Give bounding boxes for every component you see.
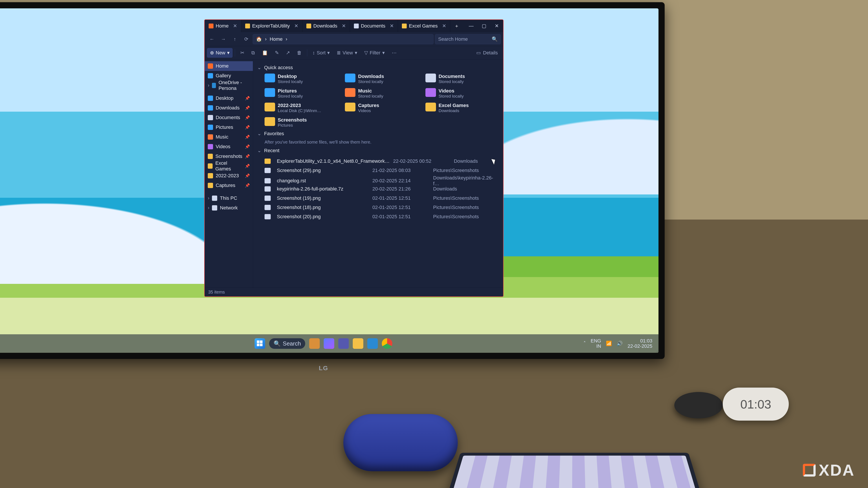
taskbar-chrome[interactable] [382, 338, 393, 349]
quick-access-item[interactable]: Downloads Stored locally [345, 74, 418, 84]
close-tab-icon[interactable]: ✕ [294, 23, 298, 29]
sidebar-item[interactable]: ›Network [205, 203, 253, 213]
sidebar-item[interactable]: Home [205, 61, 253, 71]
refresh-button[interactable]: ⟳ [241, 34, 251, 44]
sidebar-item[interactable]: Excel Games📌 [205, 161, 253, 171]
cut-button[interactable]: ✂ [237, 48, 247, 58]
favorites-empty-text: After you've favorited some files, we'll… [265, 140, 499, 145]
tab-icon [209, 24, 214, 28]
delete-button[interactable]: 🗑 [294, 48, 305, 58]
sidebar-item[interactable]: Screenshots📌 [205, 151, 253, 161]
quick-access-item[interactable]: Pictures Stored locally [265, 88, 338, 99]
folder-icon [265, 88, 275, 97]
explorer-tab[interactable]: Downloads✕ [302, 20, 350, 32]
share-button[interactable]: ↗ [283, 48, 293, 58]
pin-icon: 📌 [245, 135, 250, 139]
taskbar-pinned-app[interactable] [309, 338, 320, 349]
recent-file-row[interactable]: Screenshot (29).png 21-02-2025 08:03 Pic… [265, 166, 499, 175]
folder-icon [208, 73, 213, 78]
tray-chevron-icon[interactable]: ˄ [583, 341, 586, 346]
recent-file-row[interactable]: Screenshot (20).png 02-01-2025 12:51 Pic… [265, 212, 499, 221]
volume-icon[interactable]: 🔊 [617, 341, 623, 346]
sidebar-item[interactable]: Captures📌 [205, 180, 253, 190]
explorer-tab[interactable]: ExplorerTabUtility✕ [241, 20, 302, 32]
sidebar-item-label: Captures [216, 182, 235, 188]
sidebar-item[interactable]: Music📌 [205, 132, 253, 142]
recent-file-date: 02-01-2025 12:51 [372, 214, 430, 220]
close-tab-icon[interactable]: ✕ [233, 23, 237, 29]
rename-button[interactable]: ✎ [272, 48, 282, 58]
filter-button[interactable]: ▽ Filter ▾ [361, 48, 388, 58]
file-icon [265, 205, 271, 210]
new-button[interactable]: ⊕ New ▾ [207, 48, 232, 58]
quick-access-item[interactable]: Videos Stored locally [426, 88, 499, 99]
more-button[interactable]: ⋯ [389, 48, 400, 58]
explorer-tab[interactable]: Home✕ [205, 20, 241, 32]
maximize-button[interactable]: ▢ [477, 20, 490, 32]
view-button[interactable]: ≣ View ▾ [334, 48, 360, 58]
sidebar-item-label: Videos [216, 144, 230, 149]
details-pane-toggle[interactable]: ▭ Details [473, 48, 501, 58]
folder-icon [208, 115, 213, 120]
folder-icon [212, 83, 216, 88]
search-placeholder: Search Home [438, 36, 468, 42]
sidebar-item[interactable]: Documents📌 [205, 113, 253, 122]
copy-button[interactable]: ⧉ [248, 48, 258, 58]
folder-icon [208, 95, 213, 101]
recent-file-row[interactable]: ExplorerTabUtility_v2.1.0_x64_Net8.0_Fra… [265, 156, 499, 166]
taskbar-explorer[interactable] [353, 338, 363, 349]
recent-header[interactable]: ⌄ Recent [257, 148, 499, 153]
quick-access-item[interactable]: Music Stored locally [345, 88, 418, 99]
sidebar-item[interactable]: ›This PC [205, 193, 253, 203]
explorer-tab[interactable]: Excel Games✕ [398, 20, 450, 32]
forward-button[interactable]: → [218, 34, 228, 44]
search-box[interactable]: Search Home 🔍 [435, 34, 501, 44]
wifi-icon[interactable]: 📶 [606, 341, 612, 346]
new-tab-button[interactable]: ＋ [450, 20, 463, 32]
taskbar-teams[interactable] [338, 338, 349, 349]
close-tab-icon[interactable]: ✕ [390, 23, 394, 29]
start-button[interactable] [255, 338, 265, 349]
sidebar-item[interactable]: 2022-2023📌 [205, 171, 253, 180]
sidebar-item[interactable]: ›OneDrive - Persona [205, 81, 253, 90]
sidebar-item[interactable]: Pictures📌 [205, 122, 253, 132]
quick-access-item[interactable]: Desktop Stored locally [265, 74, 338, 84]
sidebar-item[interactable]: Gallery [205, 71, 253, 81]
sidebar-item[interactable]: Videos📌 [205, 142, 253, 151]
breadcrumb-bar[interactable]: 🏠 › Home › [253, 34, 434, 44]
up-button[interactable]: ↑ [230, 34, 240, 44]
back-button[interactable]: ← [207, 34, 217, 44]
folder-icon [265, 117, 275, 126]
close-button[interactable]: ✕ [490, 20, 503, 32]
taskbar-search[interactable]: 🔍 Search [269, 338, 305, 349]
sidebar-item-label: Music [216, 134, 228, 140]
pin-icon: 📌 [245, 173, 250, 178]
favorites-header[interactable]: ⌄ Favorites [257, 131, 499, 137]
taskbar-copilot[interactable] [324, 338, 334, 349]
explorer-tab[interactable]: Documents✕ [350, 20, 398, 32]
minimize-button[interactable]: — [465, 20, 477, 32]
qa-label: Screenshots [278, 117, 307, 123]
recent-file-date: 21-02-2025 08:03 [372, 168, 430, 173]
quick-access-item[interactable]: Screenshots Pictures [265, 117, 338, 128]
recent-file-row[interactable]: changelog.rst 20-02-2025 22:14 Downloads… [265, 175, 499, 184]
quick-access-item[interactable]: Documents Stored locally [426, 74, 499, 84]
close-tab-icon[interactable]: ✕ [342, 23, 346, 29]
taskbar-store[interactable] [367, 338, 378, 349]
recent-file-row[interactable]: Screenshot (18).png 02-01-2025 12:51 Pic… [265, 203, 499, 212]
sidebar-item[interactable]: Downloads📌 [205, 103, 253, 113]
system-tray[interactable]: ˄ ENG IN 📶 🔊 01:03 22-02-2025 [583, 338, 652, 349]
paste-button[interactable]: 📋 [259, 48, 271, 58]
svg-rect-2 [257, 344, 259, 346]
quick-access-item[interactable]: Excel Games Downloads [426, 103, 499, 113]
folder-icon [208, 105, 213, 111]
quick-access-item[interactable]: Captures Videos [345, 103, 418, 113]
sidebar-item[interactable]: Desktop📌 [205, 93, 253, 103]
quick-access-item[interactable]: 2022-2023 Local Disk (C:)\Winm… [265, 103, 338, 113]
close-tab-icon[interactable]: ✕ [442, 23, 446, 29]
language-indicator[interactable]: ENG IN [591, 338, 601, 349]
sort-button[interactable]: ↕ Sort ▾ [309, 48, 333, 58]
recent-file-row[interactable]: Screenshot (19).png 02-01-2025 12:51 Pic… [265, 194, 499, 203]
clock[interactable]: 01:03 22-02-2025 [627, 338, 652, 349]
quick-access-header[interactable]: ⌄ Quick access [257, 65, 499, 70]
